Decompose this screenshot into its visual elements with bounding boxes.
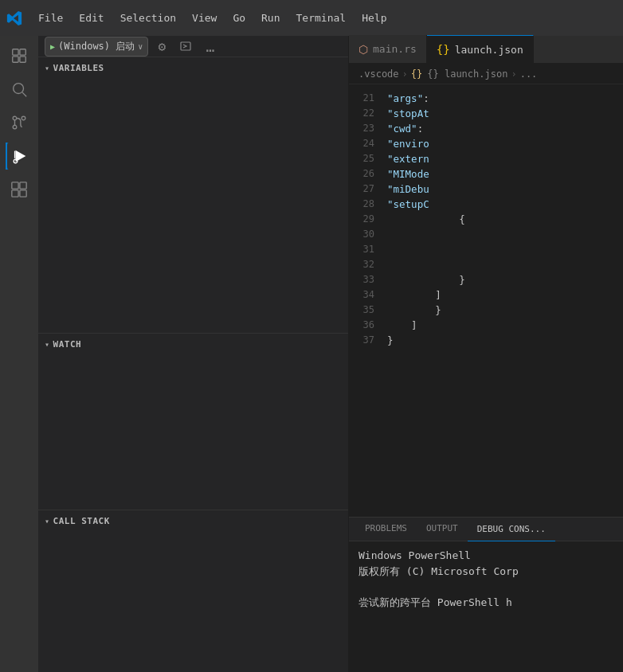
line-num-23: 23 [349, 121, 381, 136]
watch-label: WATCH [53, 339, 82, 350]
svg-rect-15 [12, 190, 18, 197]
tab-main-rs-label: main.rs [373, 43, 417, 55]
breadcrumb-ellipsis[interactable]: ... [520, 68, 538, 80]
code-line-24: "enviro [387, 136, 623, 151]
line-num-26: 26 [349, 166, 381, 182]
code-content: 21 22 23 24 25 26 27 28 29 30 31 32 33 3… [349, 84, 623, 517]
code-line-23: "cwd": [387, 121, 623, 136]
source-control-activity-icon[interactable] [6, 109, 33, 136]
breadcrumb-sep-1: › [402, 68, 408, 80]
code-line-22: "stopAt [387, 106, 623, 121]
breadcrumb: .vscode › {} {} launch.json › ... [349, 64, 623, 84]
line-num-32: 32 [349, 257, 381, 272]
line-num-33: 33 [349, 272, 381, 287]
activity-bar [0, 36, 38, 672]
code-line-33: } [387, 272, 623, 287]
menu-go[interactable]: Go [226, 9, 252, 27]
terminal-panel: PROBLEMS OUTPUT DEBUG CONS... Windows Po… [349, 517, 623, 672]
tab-output[interactable]: OUTPUT [417, 518, 468, 541]
line-num-28: 28 [349, 197, 381, 212]
svg-rect-0 [13, 49, 18, 55]
explorer-activity-icon[interactable] [6, 42, 33, 69]
line-num-37: 37 [349, 333, 381, 348]
json-file-icon: {} [437, 43, 450, 56]
titlebar: File Edit Selection View Go Run Terminal… [0, 0, 623, 36]
variables-content [38, 78, 348, 333]
debug-run-button[interactable]: ▶ (Windows) 启动 ∨ [45, 37, 148, 57]
tab-launch-json[interactable]: {} launch.json [427, 35, 534, 63]
svg-rect-13 [12, 182, 18, 189]
debug-forward-icon[interactable] [175, 36, 196, 57]
run-debug-activity-icon[interactable] [6, 143, 33, 170]
watch-chevron-icon: ▾ [45, 340, 50, 349]
tab-launch-json-label: launch.json [455, 44, 523, 56]
breadcrumb-launch-json[interactable]: {} launch.json [427, 68, 507, 80]
tab-main-rs[interactable]: ⬡ main.rs [349, 35, 427, 63]
debug-gear-icon[interactable]: ⚙ [151, 36, 172, 57]
line-num-35: 35 [349, 303, 381, 318]
line-num-31: 31 [349, 242, 381, 257]
line-num-30: 30 [349, 227, 381, 242]
svg-rect-2 [13, 57, 18, 62]
code-line-28: "setupC [387, 197, 623, 212]
menu-bar: File Edit Selection View Go Run Terminal… [32, 9, 393, 27]
line-num-24: 24 [349, 136, 381, 151]
callstack-label: CALL STACK [53, 516, 110, 526]
json-breadcrumb-icon: {} [411, 68, 422, 80]
extensions-activity-icon[interactable] [6, 176, 33, 203]
callstack-header[interactable]: ▾ CALL STACK [38, 510, 348, 531]
menu-view[interactable]: View [186, 9, 223, 27]
rust-file-icon: ⬡ [359, 43, 368, 56]
code-line-35: } [387, 303, 623, 318]
watch-header[interactable]: ▾ WATCH [38, 334, 348, 354]
debug-toolbar: ▶ (Windows) 启动 ∨ ⚙ … [38, 36, 348, 57]
callstack-section: ▾ CALL STACK [38, 510, 348, 672]
menu-run[interactable]: Run [255, 9, 286, 27]
watch-content [38, 354, 348, 510]
line-num-25: 25 [349, 151, 381, 166]
code-line-25: "extern [387, 151, 623, 166]
code-line-27: "miDebu [387, 182, 623, 197]
svg-rect-14 [20, 182, 26, 189]
tab-debug-console[interactable]: DEBUG CONS... [468, 518, 555, 541]
search-activity-icon[interactable] [6, 76, 33, 103]
code-editor[interactable]: 21 22 23 24 25 26 27 28 29 30 31 32 33 3… [349, 84, 623, 517]
menu-file[interactable]: File [32, 9, 69, 27]
code-line-21: "args": [387, 91, 623, 106]
menu-terminal[interactable]: Terminal [290, 9, 353, 27]
menu-help[interactable]: Help [355, 9, 393, 27]
line-num-29: 29 [349, 212, 381, 227]
callstack-chevron-icon: ▾ [45, 517, 50, 525]
play-icon: ▶ [50, 42, 55, 51]
watch-section: ▾ WATCH [38, 334, 348, 510]
breadcrumb-vscode[interactable]: .vscode [359, 68, 399, 80]
vscode-logo-icon [6, 10, 22, 26]
chevron-down-icon: ∨ [138, 42, 143, 51]
menu-edit[interactable]: Edit [72, 9, 110, 27]
line-num-22: 22 [349, 106, 381, 121]
svg-rect-1 [20, 49, 25, 55]
code-line-29: { [387, 212, 623, 227]
menu-selection[interactable]: Selection [114, 9, 182, 27]
callstack-content [38, 531, 348, 672]
code-line-26: "MIMode [387, 166, 623, 182]
line-num-21: 21 [349, 91, 381, 106]
terminal-content[interactable]: Windows PowerShell 版权所有 (C) Microsoft Co… [349, 541, 623, 616]
variables-header[interactable]: ▾ VARIABLES [38, 57, 348, 78]
svg-point-8 [22, 116, 25, 120]
code-line-34: ] [387, 287, 623, 303]
code-line-36: ] [387, 318, 623, 333]
debug-sidebar: ▶ (Windows) 启动 ∨ ⚙ … ▾ VARIABLES [38, 36, 349, 672]
line-num-34: 34 [349, 287, 381, 303]
variables-section: ▾ VARIABLES [38, 57, 348, 334]
code-lines: "args": "stopAt "cwd": "enviro "extern "… [381, 84, 623, 517]
terminal-line-3 [359, 579, 613, 595]
debug-more-icon[interactable]: … [199, 36, 220, 57]
svg-point-7 [13, 125, 17, 129]
svg-point-4 [14, 84, 24, 94]
tab-problems[interactable]: PROBLEMS [355, 518, 417, 541]
svg-rect-3 [20, 57, 25, 62]
line-numbers: 21 22 23 24 25 26 27 28 29 30 31 32 33 3… [349, 84, 381, 517]
code-line-37: } [387, 333, 623, 348]
terminal-line-1: Windows PowerShell [359, 548, 613, 564]
